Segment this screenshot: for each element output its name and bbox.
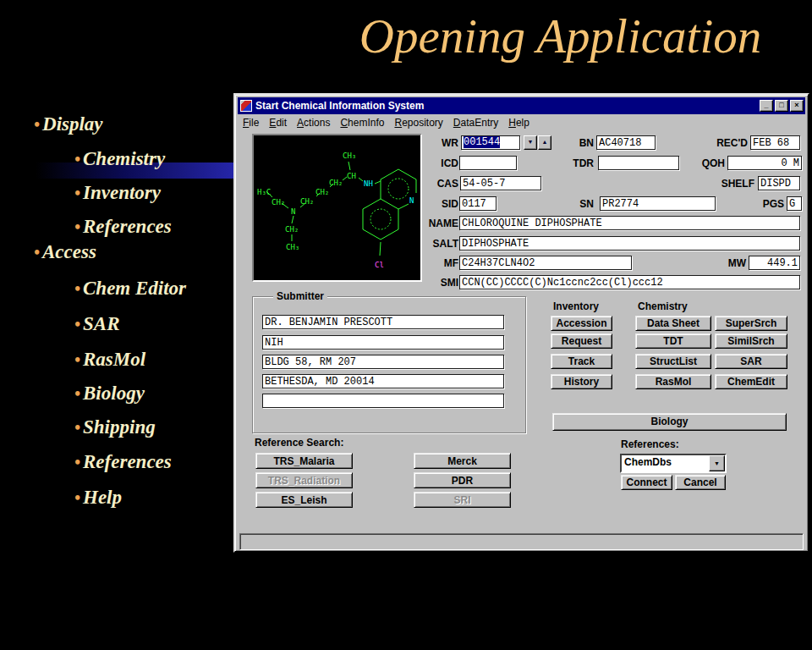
- bullet-icon: •: [74, 184, 80, 202]
- sidebar-item-access[interactable]: •Access: [34, 241, 96, 263]
- atom-label: CH₂: [315, 188, 329, 196]
- submitter-name-field[interactable]: [262, 315, 504, 329]
- bullet-icon: •: [74, 418, 80, 437]
- sidebar-item-label: SAR: [83, 313, 119, 334]
- submitter-group-title: Submitter: [273, 290, 327, 302]
- connect-button[interactable]: Connect: [621, 475, 672, 490]
- submitter-org-field[interactable]: [262, 335, 504, 350]
- sidebar-item-label: Access: [42, 241, 96, 262]
- name-label: NAME: [423, 218, 458, 229]
- menu-cheminfo[interactable]: ChemInfo: [335, 116, 389, 129]
- sidebar-item-help[interactable]: •Help: [74, 487, 122, 509]
- pdr-button[interactable]: PDR: [414, 472, 511, 488]
- rasmol-button[interactable]: RasMol: [635, 374, 711, 389]
- shelf-field[interactable]: [758, 176, 800, 190]
- atom-label: CH₂: [285, 225, 299, 234]
- menu-dataentry[interactable]: DataEntry: [448, 116, 503, 129]
- bullet-icon: •: [74, 453, 80, 471]
- combo-dropdown-icon[interactable]: ▼: [709, 455, 725, 471]
- menu-help[interactable]: Help: [503, 116, 535, 129]
- smi-label: SMI: [423, 277, 458, 289]
- sidebar-item-display[interactable]: •Display: [34, 113, 103, 135]
- status-bar: [239, 533, 804, 550]
- smi-field[interactable]: [459, 275, 800, 289]
- atom-label: CH₂: [272, 198, 285, 207]
- mw-label: MW: [717, 257, 746, 269]
- request-button[interactable]: Request: [551, 333, 612, 349]
- icd-field[interactable]: [459, 156, 517, 170]
- biology-button[interactable]: Biology: [552, 413, 787, 431]
- trs-malaria-button[interactable]: TRS_Malaria: [255, 453, 353, 469]
- supersrch-button[interactable]: SuperSrch: [715, 316, 787, 331]
- submitter-address-field[interactable]: [262, 355, 504, 369]
- sidebar-item-references-2[interactable]: •References: [74, 451, 172, 473]
- sid-field[interactable]: [459, 196, 497, 211]
- qoh-field[interactable]: [727, 156, 802, 170]
- minimize-button[interactable]: _: [760, 100, 773, 112]
- track-button[interactable]: Track: [551, 354, 612, 369]
- tdr-field[interactable]: [598, 156, 679, 170]
- merck-button[interactable]: Merck: [414, 453, 511, 469]
- similsrch-button[interactable]: SimilSrch: [715, 333, 787, 349]
- references-combobox[interactable]: ChemDbs ▼: [620, 454, 727, 473]
- mw-field[interactable]: [749, 256, 800, 270]
- app-icon[interactable]: [240, 100, 252, 112]
- salt-label: SALT: [423, 238, 458, 250]
- sidebar-item-rasmol[interactable]: •RasMol: [74, 349, 145, 371]
- reference-search-label: Reference Search:: [255, 437, 343, 449]
- sidebar-item-chem-editor[interactable]: •Chem Editor: [74, 278, 186, 300]
- menu-file[interactable]: File: [238, 116, 264, 129]
- wr-field[interactable]: 001544: [461, 135, 520, 150]
- qoh-label: QOH: [692, 157, 725, 169]
- sar-button[interactable]: SAR: [715, 354, 787, 369]
- menu-repository[interactable]: Repository: [389, 116, 447, 129]
- sidebar-item-shipping[interactable]: •Shipping: [74, 416, 156, 438]
- cancel-button[interactable]: Cancel: [675, 475, 726, 490]
- es-leish-button[interactable]: ES_Leish: [255, 492, 353, 508]
- references-combo-value: ChemDbs: [622, 455, 709, 471]
- references-label: References:: [621, 438, 679, 450]
- salt-field[interactable]: [459, 236, 800, 251]
- submitter-extra-field[interactable]: [262, 394, 504, 408]
- atom-label: CH₃: [286, 243, 299, 251]
- atom-label: H₃C: [257, 188, 271, 196]
- tdt-button[interactable]: TDT: [635, 333, 711, 349]
- wr-value: 001544: [464, 136, 500, 148]
- sidebar-item-biology[interactable]: •Biology: [74, 383, 145, 405]
- window-titlebar[interactable]: Start Chemical Information System _ □ ×: [238, 97, 805, 114]
- history-button[interactable]: History: [551, 374, 612, 389]
- cas-field[interactable]: [460, 176, 541, 190]
- sidebar-item-references[interactable]: •References: [74, 216, 172, 238]
- mf-field[interactable]: [459, 256, 632, 270]
- sidebar-item-label: Inventory: [83, 182, 161, 203]
- wr-spinner-up-icon[interactable]: ▲: [538, 135, 551, 150]
- data-sheet-button[interactable]: Data Sheet: [635, 316, 711, 331]
- bn-label: BN: [569, 137, 594, 149]
- name-field[interactable]: [459, 216, 800, 230]
- sn-field[interactable]: [600, 196, 716, 211]
- chemedit-button[interactable]: ChemEdit: [715, 374, 787, 389]
- close-button[interactable]: ×: [790, 100, 804, 112]
- menu-actions[interactable]: Actions: [292, 116, 335, 129]
- sidebar-item-inventory[interactable]: •Inventory: [74, 182, 161, 204]
- sidebar-item-label: Chem Editor: [83, 278, 186, 299]
- sidebar-item-label: Chemistry: [83, 148, 165, 169]
- slide: Opening Application •Display •Chemistry …: [0, 0, 812, 650]
- bullet-icon: •: [74, 350, 80, 369]
- recd-field[interactable]: [750, 135, 800, 150]
- submitter-city-field[interactable]: [262, 374, 504, 388]
- bn-field[interactable]: [596, 135, 656, 150]
- atom-label: Cl: [375, 261, 384, 269]
- pgs-field[interactable]: [787, 196, 802, 211]
- menu-bar: File Edit Actions ChemInfo Repository Da…: [238, 114, 805, 130]
- maximize-button[interactable]: □: [775, 100, 788, 112]
- menu-edit[interactable]: Edit: [264, 116, 292, 129]
- slide-title: Opening Application: [321, 8, 799, 63]
- sidebar-item-chemistry[interactable]: •Chemistry: [74, 148, 165, 170]
- sidebar-item-label: Help: [83, 487, 122, 508]
- structlist-button[interactable]: StructList: [635, 354, 711, 369]
- sidebar-item-sar[interactable]: •SAR: [74, 313, 120, 335]
- sidebar-item-label: References: [83, 451, 172, 472]
- accession-button[interactable]: Accession: [551, 316, 612, 331]
- wr-spinner-down-icon[interactable]: ▼: [524, 135, 537, 150]
